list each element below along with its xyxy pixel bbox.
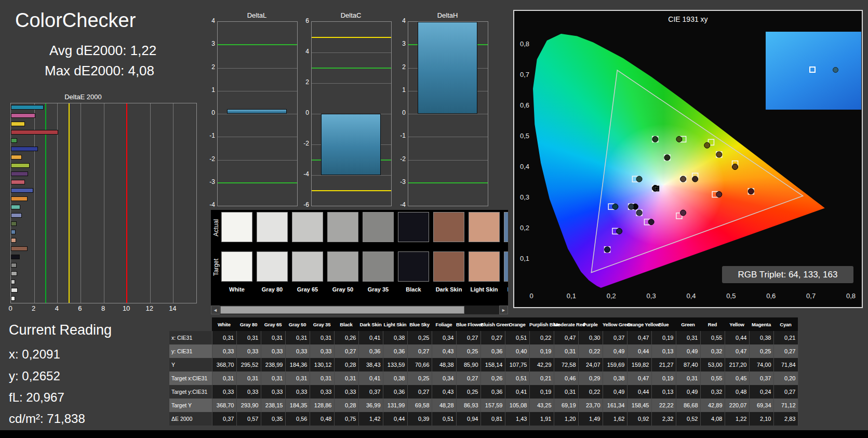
table-cell: 0,34 [432, 371, 456, 385]
cie-y-tick: 0,4 [520, 163, 529, 170]
table-cell: 0,27 [773, 385, 798, 399]
gridline [218, 160, 297, 161]
cie-diagram-panel: CIE 1931 xy 00,10,20,30,40,50,60,70,80,1… [513, 10, 863, 308]
threshold-line [312, 68, 391, 69]
x-axis-tick: 4 [55, 304, 59, 312]
table-cell: 0,51 [505, 331, 529, 344]
table-cell: 0,31 [212, 371, 236, 385]
scrollbar-thumb[interactable] [220, 306, 464, 314]
y-axis-tick: -3 [391, 178, 406, 185]
table-cell: 0,31 [334, 371, 358, 385]
table-cell: 0,92 [627, 412, 651, 426]
table-cell: 0,36 [480, 344, 505, 358]
reading-cdm2: cd/m²: 71,838 [9, 412, 85, 426]
patch-target-gray-35[interactable] [363, 251, 394, 282]
current-reading-title: Current Reading [9, 322, 112, 338]
table-cell: 0,49 [603, 344, 627, 358]
deltae-bar-light-skin [11, 238, 16, 243]
measured-marker-bluish-green [636, 176, 642, 182]
table-cell: 43,25 [529, 399, 554, 412]
table-cell: 69,58 [407, 399, 432, 412]
y-axis-tick: 0 [295, 109, 309, 116]
patch-scrollbar[interactable]: ◄ ► [211, 306, 508, 314]
cie-y-tick: 0,2 [520, 224, 529, 232]
threshold-line [408, 182, 488, 183]
y-axis-tick: 1 [201, 86, 215, 94]
cie-y-tick: 0,1 [520, 255, 529, 262]
table-cell: 0,31 [310, 331, 334, 344]
patch-target-dark-skin[interactable] [433, 251, 464, 282]
table-header-gray-50: Gray 50 [285, 317, 310, 331]
table-cell: 0,43 [432, 344, 456, 358]
row-label: ΔE 2000 [169, 412, 212, 426]
patch-actual-gray-50[interactable] [327, 212, 358, 242]
table-cell: 0,31 [554, 344, 578, 358]
table-header-orange-yellow: Orange Yellow [627, 317, 651, 331]
table-header-gray-80: Gray 80 [236, 317, 261, 331]
table-header-red: Red [700, 317, 725, 331]
table-cell: 0,47 [725, 344, 749, 358]
table-cell: 0,47 [627, 371, 651, 385]
patch-label: Black [398, 286, 429, 293]
scroll-right-button[interactable]: ► [499, 306, 508, 314]
table-cell: 0,25 [407, 371, 432, 385]
y-axis-tick: 2 [295, 78, 309, 86]
table-cell: 0,48 [725, 385, 749, 399]
cie-x-tick: 0,2 [607, 292, 616, 300]
patch-target-black[interactable] [398, 251, 429, 282]
patch-actual-gray-80[interactable] [257, 212, 288, 242]
table-cell: 0,28 [334, 399, 358, 412]
table-cell: 1,49 [578, 412, 603, 426]
deltal-chart-title: DeltaL [217, 11, 297, 19]
patch-target-white[interactable] [221, 251, 252, 282]
table-cell: 0,27 [334, 344, 358, 358]
table-cell: 0,33 [236, 385, 261, 399]
table-header-light-skin: Light Skin [383, 317, 407, 331]
gridline [312, 175, 391, 176]
patch-target-gray-65[interactable] [292, 251, 323, 282]
patch-target-gray-50[interactable] [327, 251, 358, 282]
table-cell: 105,08 [505, 399, 529, 412]
table-cell: 0,27 [480, 331, 505, 344]
table-cell: 22,22 [651, 399, 676, 412]
scroll-left-button[interactable]: ◄ [211, 306, 220, 314]
y-axis-tick: 2 [391, 63, 406, 71]
table-cell: 0,33 [310, 344, 334, 358]
cie-x-tick: 0,5 [726, 292, 736, 300]
patch-target-blue-sky[interactable] [504, 251, 508, 282]
patch-label: Gray 35 [363, 286, 394, 293]
table-cell: 0,38 [383, 331, 407, 344]
table-cell: 220,07 [725, 399, 749, 412]
y-axis-tick: 4 [391, 17, 406, 24]
patch-target-gray-80[interactable] [257, 251, 288, 282]
table-cell: 0,33 [310, 385, 334, 399]
patch-actual-dark-skin[interactable] [433, 212, 464, 242]
y-axis-tick: -2 [295, 140, 309, 147]
patch-actual-gray-65[interactable] [292, 212, 323, 242]
avg-de2000-readout: Avg dE2000: 1,22 [49, 43, 156, 59]
gridline [312, 83, 391, 84]
measured-marker-yellow-green [676, 136, 682, 142]
patch-actual-white[interactable] [221, 212, 252, 242]
patch-actual-black[interactable] [398, 212, 429, 242]
rgb-triplet-label: RGB Triplet: 64, 133, 163 [722, 266, 853, 283]
table-cell: 0,51 [505, 371, 529, 385]
deltae-bar-gray-65 [11, 280, 15, 284]
table-cell: 0,13 [651, 385, 676, 399]
table-cell: 0,22 [578, 385, 603, 399]
patch-label: Light Skin [469, 286, 500, 293]
table-cell: 0,55 [700, 331, 725, 344]
patch-actual-light-skin[interactable] [469, 212, 500, 242]
measured-marker-moderate-red [716, 192, 722, 197]
table-cell: 0,33 [261, 385, 285, 399]
delta-bar [418, 22, 477, 114]
table-cell: 0,19 [651, 371, 676, 385]
patch-target-light-skin[interactable] [469, 251, 500, 282]
inset-target-marker [809, 67, 816, 73]
deltah-chart-title: DeltaH [408, 11, 487, 19]
patch-actual-gray-35[interactable] [363, 212, 394, 242]
table-cell: 0,24 [749, 385, 773, 399]
row-label: x: CIE31 [169, 331, 212, 344]
table-row-y: Y368,70295,52238,99184,36130,120,2838,43… [169, 358, 798, 371]
patch-actual-blue-sky[interactable] [504, 212, 508, 242]
